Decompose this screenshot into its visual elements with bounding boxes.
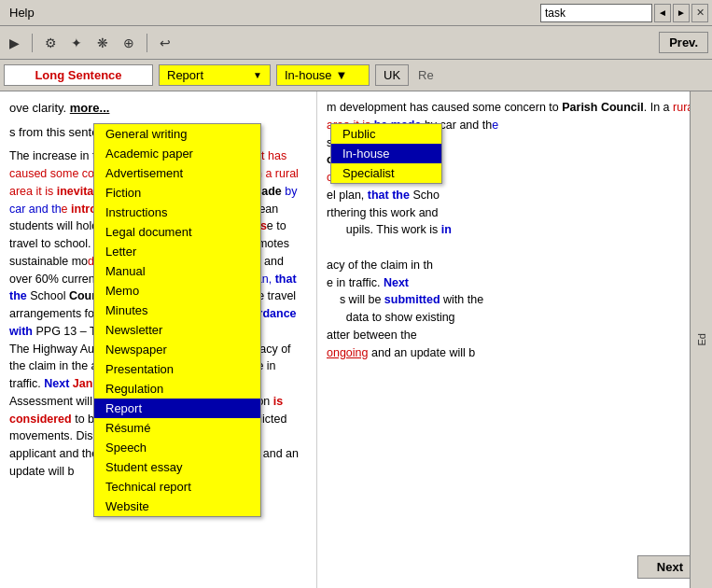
left-text-1: ove clarity. more... [9, 99, 307, 118]
dropdown2-item-specialist[interactable]: Specialist [331, 163, 441, 183]
dropdown-item-instructions[interactable]: Instructions [94, 203, 260, 222]
dropdown-item-minutes[interactable]: Minutes [94, 301, 260, 320]
dropdown-item-fiction[interactable]: Fiction [94, 183, 260, 203]
search-input[interactable] [540, 4, 652, 22]
edit-panel[interactable]: Ed [690, 91, 712, 588]
edit-label: Ed [696, 333, 707, 345]
toolbar-icon-gear[interactable]: ⚙ [40, 33, 61, 53]
long-sentence-button[interactable]: Long Sentence [4, 64, 153, 86]
dropdown-item-résumé[interactable]: Résumé [94, 418, 260, 438]
inhouse-dropdown-list: PublicIn-houseSpecialist [330, 123, 442, 184]
dropdown-item-student-essay[interactable]: Student essay [94, 457, 260, 477]
help-menu[interactable]: Help [4, 4, 40, 21]
dropdown-item-memo[interactable]: Memo [94, 281, 260, 301]
dropdown-item-academic-paper[interactable]: Academic paper [94, 144, 260, 163]
dropdown-item-presentation[interactable]: Presentation [94, 359, 260, 379]
toolbar-icon-1[interactable]: ▶ [4, 33, 24, 53]
dropdown-item-legal-document[interactable]: Legal document [94, 222, 260, 242]
controls-bar: Long Sentence Report ▼ In-house ▼ UK Re [0, 60, 712, 91]
toolbar-icon-4[interactable]: ⊕ [119, 33, 139, 53]
report-dropdown-overlay: General writingAcademic paperAdvertiseme… [93, 123, 261, 517]
toolbar-icon-3[interactable]: ❋ [92, 33, 113, 53]
dropdown-item-technical-report[interactable]: Technical report [94, 477, 260, 497]
report-dropdown-list: General writingAcademic paperAdvertiseme… [93, 123, 261, 517]
next-search-btn[interactable]: ► [673, 4, 690, 22]
inhouse-label: In-house [285, 68, 332, 82]
toolbar-icon-2[interactable]: ✦ [66, 33, 87, 53]
dropdown-item-regulation[interactable]: Regulation [94, 379, 260, 399]
dropdown-item-manual[interactable]: Manual [94, 261, 260, 281]
parish-council-text: Parish Council [562, 101, 644, 114]
report-dropdown-arrow: ▼ [253, 70, 262, 80]
dropdown-item-newspaper[interactable]: Newspaper [94, 340, 260, 359]
dropdown-item-report[interactable]: Report [94, 399, 260, 418]
dropdown2-item-in-house[interactable]: In-house [331, 144, 441, 163]
report-label: Report [167, 68, 203, 82]
dropdown-item-speech[interactable]: Speech [94, 438, 260, 457]
re-label: Re [414, 65, 438, 85]
top-bar: Help ◄ ► ✕ [0, 0, 712, 26]
inhouse-dropdown-arrow: ▼ [336, 68, 348, 82]
dropdown2-item-public[interactable]: Public [331, 124, 441, 144]
uk-button[interactable]: UK [375, 64, 409, 86]
more-link-1[interactable]: more... [70, 101, 110, 115]
inhouse-dropdown[interactable]: In-house ▼ [276, 64, 370, 86]
dropdown-item-advertisement[interactable]: Advertisement [94, 163, 260, 183]
toolbar-sep-2 [147, 34, 147, 52]
prev-button[interactable]: Prev. [659, 32, 708, 53]
toolbar: ▶ ⚙ ✦ ❋ ⊕ ↩ Prev. [0, 26, 712, 60]
dropdown-item-letter[interactable]: Letter [94, 242, 260, 261]
report-dropdown[interactable]: Report ▼ [159, 64, 271, 86]
search-box: ◄ ► ✕ [540, 4, 708, 22]
content-area: ove clarity. more... s from this sentenc… [0, 91, 712, 588]
close-search-btn[interactable]: ✕ [691, 4, 708, 22]
dropdown-item-newsletter[interactable]: Newsletter [94, 320, 260, 340]
prev-search-btn[interactable]: ◄ [654, 4, 671, 22]
dropdown-item-website[interactable]: Website [94, 497, 260, 516]
dropdown-item-general-writing[interactable]: General writing [94, 124, 260, 144]
toolbar-sep-1 [32, 34, 33, 52]
toolbar-icon-undo[interactable]: ↩ [155, 33, 175, 53]
